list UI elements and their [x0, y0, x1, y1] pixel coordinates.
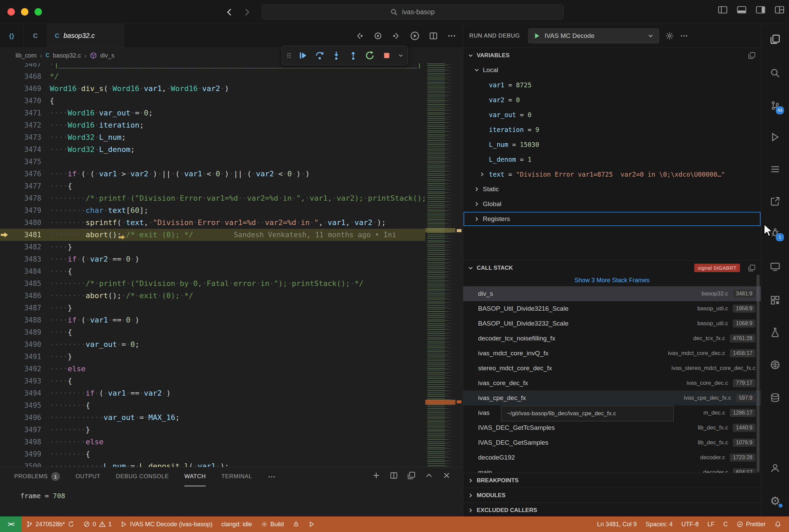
code-line[interactable]: 3484····{: [0, 265, 425, 278]
code-line[interactable]: 3474····Word32·L_denom;: [0, 144, 425, 156]
diagnostics-status-item[interactable]: 0 1: [79, 516, 116, 532]
stack-frame-row[interactable]: decoder_tcx_noisefilling_fxdec_tcx_fx.c4…: [463, 331, 761, 346]
code-line[interactable]: 3477····{: [0, 180, 425, 192]
extensions-icon[interactable]: [768, 293, 782, 307]
variable-row[interactable]: var1 = 8725: [463, 77, 761, 92]
sidebar-scrollbar[interactable]: [756, 274, 759, 472]
step-into-button[interactable]: [330, 49, 343, 62]
customize-layout-icon[interactable]: [775, 6, 784, 14]
tab-watch[interactable]: WATCH: [185, 467, 206, 486]
pinned-tab-c-file[interactable]: C: [24, 24, 47, 48]
variable-row[interactable]: text = "Division Error var1=8725 var2=0 …: [463, 167, 761, 182]
code-line[interactable]: 3485········/*·printf·("Division·by·0,·F…: [0, 278, 425, 290]
code-line[interactable]: 3496············var_out·=·MAX_16;: [0, 412, 425, 424]
zoom-window-button[interactable]: [35, 8, 42, 16]
run-file-icon[interactable]: [410, 31, 420, 41]
debug-bug-button[interactable]: [288, 516, 304, 532]
excluded-callers-section-header[interactable]: EXCLUDED CALLERS: [463, 502, 761, 516]
code-line[interactable]: 3482····}: [0, 241, 425, 253]
collapse-variables-icon[interactable]: [748, 52, 755, 59]
remote-explorer-icon[interactable]: [768, 163, 782, 176]
remote-tunnels-icon[interactable]: [768, 260, 782, 273]
debug-settings-gear-icon[interactable]: [665, 32, 674, 40]
panel-more-icon[interactable]: [680, 32, 688, 40]
branch-status-item[interactable]: 2470528b*: [22, 516, 79, 532]
breadcrumb-symbol[interactable]: div_s: [100, 52, 114, 59]
stack-frame-row[interactable]: IVAS_DEC_GetSampleslib_dec_fx.c1076:9: [463, 435, 761, 450]
code-line[interactable]: 3473····Word32·L_num;: [0, 131, 425, 144]
stack-frame-row[interactable]: IVAS_DEC_GetTcSampleslib_dec_fx.c1440:9: [463, 420, 761, 435]
code-line[interactable]: 3490········var_out·=·0;: [0, 338, 425, 350]
stack-frame-row[interactable]: ivas_cpe_dec_fxivas_cpe_dec_fx.c597:9: [463, 391, 761, 405]
toggle-secondary-sidebar-icon[interactable]: [756, 6, 765, 14]
stack-frame-row[interactable]: stereo_mdct_core_dec_fxivas_stereo_mdct_…: [463, 361, 761, 376]
code-line[interactable]: 3481········abort();·/*·exit·(0);·*/Sand…: [0, 229, 425, 241]
code-line[interactable]: 3480········sprintf(·text,·"Division·Err…: [0, 216, 425, 229]
restart-button[interactable]: [364, 49, 376, 62]
github-icon[interactable]: [768, 358, 782, 372]
stack-frame-row[interactable]: ivas_core_dec_fxivas_core_dec.c779:17: [463, 376, 761, 391]
more-actions-icon[interactable]: [447, 32, 456, 40]
indent-indicator[interactable]: Spaces: 4: [641, 516, 677, 532]
panel-more-tabs-icon[interactable]: [268, 473, 276, 481]
code-line[interactable]: 3476····if·(·(·var1·>·var2·)·||·(·var1·<…: [0, 168, 425, 180]
notifications-bell[interactable]: [770, 516, 786, 532]
modules-section-header[interactable]: MODULES: [463, 488, 761, 502]
nav-back-button[interactable]: [223, 6, 235, 18]
collapse-call-stack-icon[interactable]: [748, 264, 755, 272]
code-line[interactable]: 3499········{: [0, 448, 425, 460]
minimize-window-button[interactable]: [21, 8, 28, 16]
step-over-button[interactable]: [314, 49, 326, 62]
code-line[interactable]: 3495········{: [0, 399, 425, 412]
run-debug-icon[interactable]: [768, 130, 782, 144]
collapse-all-icon[interactable]: [407, 471, 416, 479]
nav-back-edit-icon[interactable]: [355, 32, 364, 40]
code-line[interactable]: 3486········abort();·/*·exit·(0);·*/: [0, 290, 425, 302]
show-more-stack-frames-link[interactable]: Show 3 More Stack Frames: [463, 275, 761, 286]
tab-terminal[interactable]: TERMINAL: [221, 467, 252, 486]
stop-button[interactable]: [381, 49, 393, 62]
peek-location-icon[interactable]: [373, 32, 382, 40]
scope-registers[interactable]: Registers: [463, 211, 761, 226]
tab-output[interactable]: OUTPUT: [75, 467, 100, 486]
code-editor[interactable]: 3467·|__________________________________…: [0, 63, 425, 467]
code-line[interactable]: 3500············L_num·=·L_deposit_l(·var…: [0, 460, 425, 467]
code-line[interactable]: 3469Word16·div_s(·Word16·var1,·Word16·va…: [0, 82, 425, 95]
overview-ruler[interactable]: [456, 63, 463, 467]
eol-indicator[interactable]: LF: [703, 516, 719, 532]
close-panel-icon[interactable]: [443, 471, 451, 479]
pinned-tab-json[interactable]: {}: [0, 24, 24, 48]
debug-target-status-item[interactable]: IVAS MC Decode (ivas-basop): [116, 516, 217, 532]
breakpoints-section-header[interactable]: BREAKPOINTS: [463, 473, 761, 488]
live-share-icon[interactable]: [768, 195, 782, 208]
start-debug-icon[interactable]: [533, 32, 541, 40]
code-line[interactable]: 3475: [0, 156, 425, 168]
line-col-indicator[interactable]: Ln 3481, Col 9: [593, 516, 641, 532]
maximize-panel-icon[interactable]: [425, 471, 433, 479]
remote-indicator[interactable]: ><: [0, 516, 22, 532]
stack-frame-row[interactable]: maindecoder.c604:17: [463, 465, 761, 473]
close-window-button[interactable]: [7, 8, 15, 16]
minimap[interactable]: [425, 63, 456, 467]
split-panel-icon[interactable]: [390, 471, 398, 479]
breadcrumb-folder[interactable]: lib_com: [16, 52, 37, 59]
continue-button[interactable]: [297, 49, 309, 62]
stack-frame-row[interactable]: decodeG192decoder.c1723:28: [463, 450, 761, 465]
tab-basop32[interactable]: C basop32.c: [47, 24, 124, 48]
add-expression-icon[interactable]: [372, 471, 380, 479]
stack-frame-row[interactable]: BASOP_Util_Divide3216_Scalebasop_util.c1…: [463, 301, 761, 316]
encoding-indicator[interactable]: UTF-8: [677, 516, 703, 532]
call-stack-section-header[interactable]: CALL STACK signal SIGABRT: [463, 260, 761, 275]
stack-frame-row[interactable]: div_sbasop32.c3481:9: [463, 286, 761, 301]
run-task-button[interactable]: [304, 516, 320, 532]
variable-row[interactable]: var2 = 0: [463, 92, 761, 107]
search-icon[interactable]: [768, 66, 782, 80]
settings-gear-icon[interactable]: ⚙: [768, 494, 782, 508]
testing-icon[interactable]: [768, 326, 782, 339]
explorer-icon[interactable]: [768, 33, 782, 46]
variable-row[interactable]: var_out = 0: [463, 107, 761, 122]
code-line[interactable]: 3497········}: [0, 424, 425, 436]
code-line[interactable]: 3489····{: [0, 326, 425, 338]
code-line[interactable]: 3493····{: [0, 375, 425, 387]
code-line[interactable]: 3471····Word16·var_out·=·0;: [0, 107, 425, 119]
